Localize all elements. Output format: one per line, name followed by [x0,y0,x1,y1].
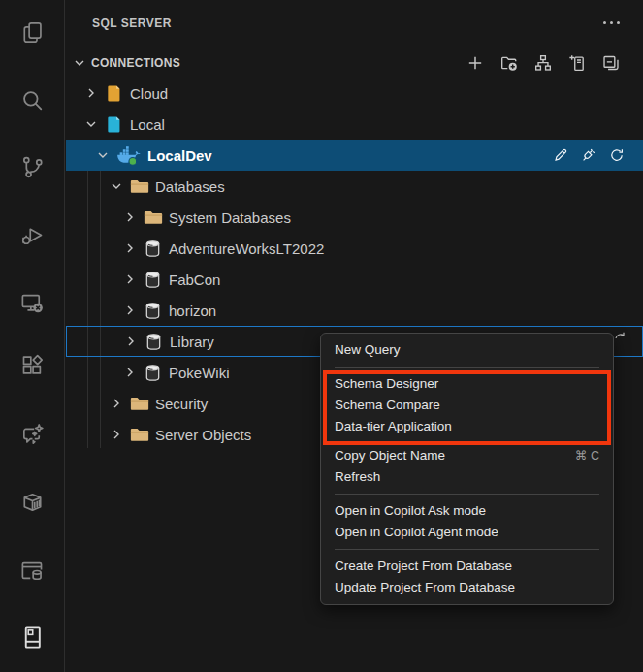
menu-item-label: Create Project From Database [335,556,512,577]
database-icon [144,239,163,258]
extensions-icon[interactable] [16,348,48,381]
add-connection-icon[interactable] [466,54,484,72]
menu-item-data-tier-application[interactable]: Data-tier Application [321,416,613,437]
menu-item-label: Open in Copilot Ask mode [335,500,486,522]
menu-group-gap [321,437,613,445]
menu-item-open-copilot-ask[interactable]: Open in Copilot Ask mode [321,500,613,522]
tree-row-cloud[interactable]: Cloud [66,78,643,109]
run-and-debug-icon[interactable] [16,218,48,251]
sql-server-view-icon[interactable] [16,621,48,654]
connection-group-icon [105,114,124,134]
add-server-icon[interactable] [568,54,586,72]
containers-icon[interactable] [16,486,48,519]
more-actions-icon[interactable] [603,21,620,24]
database-icon [144,270,163,289]
section-title: CONNECTIONS [91,56,180,70]
tree-row-label: Cloud [130,85,168,102]
tree-row-label: System Databases [169,209,291,226]
chevron-right-icon[interactable] [83,85,99,101]
remote-explorer-icon[interactable] [16,286,48,319]
tree-row-label: Server Objects [155,427,251,443]
menu-item-label: Open in Copilot Agent mode [335,522,498,543]
menu-item-schema-designer[interactable]: Schema Designer [321,373,613,395]
row-actions [553,140,625,171]
connections-toolbar [466,54,643,72]
source-control-icon[interactable] [16,150,48,183]
chevron-right-icon[interactable] [109,396,124,411]
refresh-icon[interactable] [609,147,625,163]
menu-item-label: Schema Designer [335,373,438,395]
folder-icon [130,394,149,413]
tree-row-local[interactable]: Local [66,109,643,140]
menu-separator [335,549,599,550]
chevron-right-icon[interactable] [109,427,124,442]
tree-row-label: Library [170,334,214,350]
chevron-right-icon[interactable] [122,209,138,225]
disconnect-icon[interactable] [581,147,596,163]
menu-item-update-project-from-database[interactable]: Update Project From Database [321,577,613,598]
menu-item-new-query[interactable]: New Query [321,339,613,361]
menu-item-label: Schema Compare [335,395,440,416]
tree-row-localdev[interactable]: LocalDev [66,140,643,171]
chevron-right-icon[interactable] [122,365,138,380]
folder-icon [130,176,149,196]
explorer-files-icon[interactable] [16,16,48,48]
chevron-right-icon[interactable] [122,240,138,256]
docker-whale-icon [116,145,142,165]
panel-title: SQL SERVER [92,16,172,30]
menu-item-schema-compare[interactable]: Schema Compare [321,395,613,416]
menu-separator [335,494,599,495]
menu-separator [335,367,599,368]
folder-icon [130,425,149,444]
tree-row-label: AdventureWorksLT2022 [169,240,324,257]
tree-row-horizon[interactable]: horizon [66,295,643,326]
tree-row-label: PokeWiki [169,365,230,381]
database-icon [144,301,163,320]
new-connection-group-icon[interactable] [500,54,518,72]
chevron-down-icon[interactable] [83,116,99,132]
menu-item-label: Data-tier Application [335,416,452,437]
menu-item-label: Refresh [335,466,380,488]
tree-row-label: FabCon [169,272,220,288]
tree-row-label: Databases [155,178,225,195]
connections-section-header[interactable]: CONNECTIONS [66,48,643,78]
tree-row-label: Security [155,396,208,412]
chevron-down-icon[interactable] [72,55,87,71]
chevron-right-icon[interactable] [122,272,138,287]
connect-hierarchy-icon[interactable] [534,54,552,72]
chevron-right-icon[interactable] [122,303,138,318]
edit-connection-icon[interactable] [553,147,568,163]
menu-item-label: New Query [335,339,401,361]
database-projects-icon[interactable] [16,554,48,587]
tree-row-label: horizon [169,303,216,319]
context-menu: New Query Schema Designer Schema Compare… [320,333,614,605]
menu-item-copy-object-name[interactable]: Copy Object Name ⌘ C [321,445,613,466]
tree-row-label: LocalDev [147,147,212,164]
activity-bar [0,0,65,672]
menu-item-label: Update Project From Database [335,577,515,598]
chevron-down-icon[interactable] [95,147,111,163]
menu-item-refresh[interactable]: Refresh [321,466,613,488]
chevron-down-icon[interactable] [109,178,124,194]
menu-item-open-copilot-agent[interactable]: Open in Copilot Agent mode [321,522,613,543]
chevron-right-icon[interactable] [123,334,139,349]
collapse-all-icon[interactable] [602,54,620,72]
folder-icon [144,208,163,227]
database-icon [145,332,164,351]
menu-item-keybinding: ⌘ C [575,445,599,466]
copilot-chat-icon[interactable] [16,417,48,450]
tree-row-adventureworkslt2022[interactable]: AdventureWorksLT2022 [66,233,643,264]
menu-item-label: Copy Object Name [335,445,445,466]
panel-header: SQL SERVER [66,0,643,47]
tree-row-system-databases[interactable]: System Databases [66,202,643,233]
connection-group-icon [105,83,124,103]
search-icon[interactable] [16,83,48,116]
database-icon [144,363,163,382]
tree-row-databases[interactable]: Databases [66,171,643,202]
tree-row-fabcon[interactable]: FabCon [66,264,643,295]
tree-row-label: Local [130,116,165,133]
obscured-row-action-icon [614,331,626,342]
menu-item-create-project-from-database[interactable]: Create Project From Database [321,556,613,577]
